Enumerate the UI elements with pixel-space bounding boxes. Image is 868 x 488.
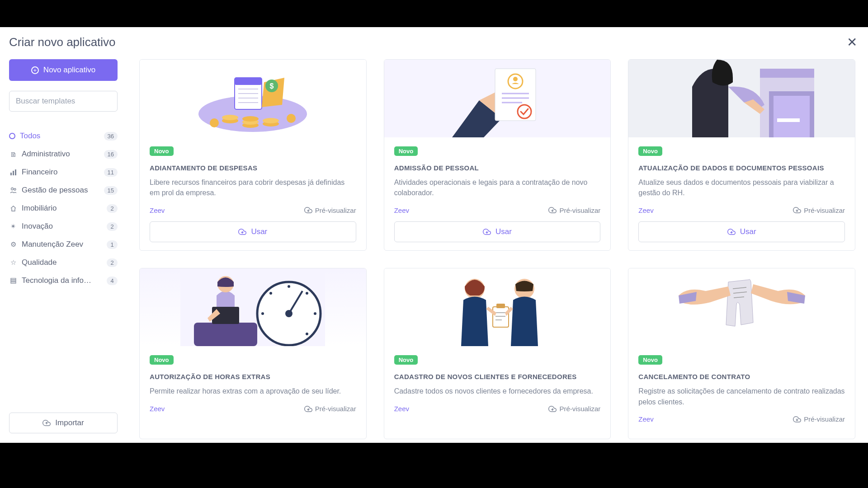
preview-label: Pré-visualizar [559, 405, 600, 413]
cloud-download-icon [483, 228, 491, 236]
new-app-label: Novo aplicativo [43, 66, 95, 75]
template-card: Novo AUTORIZAÇÃO DE HORAS EXTRAS Permite… [139, 268, 367, 439]
preview-link[interactable]: Pré-visualizar [548, 206, 600, 214]
card-title: CADASTRO DE NOVOS CLIENTES E FORNECEDORE… [394, 373, 601, 380]
preview-label: Pré-visualizar [315, 405, 356, 413]
template-card: Novo CADASTRO DE NOVOS CLIENTES E FORNEC… [384, 268, 611, 439]
category-count: 2 [107, 222, 118, 231]
category-label: Gestão de pessoas [22, 186, 88, 195]
use-button[interactable]: Usar [394, 221, 601, 242]
status-badge: Novo [394, 355, 418, 365]
category-list: Todos 36 🗎 Administrativo 16 [9, 127, 118, 290]
category-label: Imobiliário [22, 204, 57, 213]
home-icon [9, 205, 17, 212]
cloud-download-icon [793, 206, 801, 214]
status-badge: Novo [638, 146, 662, 156]
card-description: Libere recursos financeiros para cobrir … [150, 177, 356, 198]
cloud-upload-icon [42, 419, 51, 427]
people-icon [9, 187, 17, 194]
preview-link[interactable]: Pré-visualizar [548, 405, 600, 413]
template-card: Novo ATUALIZAÇÃO DE DADOS E DOCUMENTOS P… [628, 59, 855, 251]
template-card: Novo ADMISSÃO DE PESSOAL Atividades oper… [384, 59, 611, 251]
svg-point-24 [210, 118, 219, 127]
card-title: ATUALIZAÇÃO DE DADOS E DOCUMENTOS PESSOA… [638, 164, 845, 172]
card-title: ADMISSÃO DE PESSOAL [394, 164, 601, 172]
card-description: Atividades operacionais e legais para a … [394, 177, 601, 198]
svg-rect-36 [760, 69, 814, 78]
svg-rect-10 [235, 78, 262, 85]
circle-icon [9, 133, 15, 139]
svg-rect-57 [496, 304, 505, 308]
card-author-link[interactable]: Zeev [638, 415, 653, 423]
preview-label: Pré-visualizar [559, 206, 600, 214]
card-author-link[interactable]: Zeev [394, 405, 409, 413]
svg-rect-0 [10, 173, 12, 175]
preview-link[interactable]: Pré-visualizar [304, 206, 356, 214]
use-label: Usar [495, 227, 512, 236]
status-badge: Novo [150, 355, 174, 365]
cloud-download-icon [727, 228, 736, 236]
star-icon: ☆ [9, 258, 17, 267]
sidebar-item-administrativo[interactable]: 🗎 Administrativo 16 [9, 145, 118, 163]
import-button[interactable]: Importar [9, 413, 118, 433]
category-count: 2 [107, 204, 118, 213]
svg-rect-1 [13, 171, 14, 175]
use-button[interactable]: Usar [150, 221, 356, 242]
preview-link[interactable]: Pré-visualizar [304, 405, 356, 413]
card-author-link[interactable]: Zeev [150, 206, 165, 214]
preview-link[interactable]: Pré-visualizar [793, 206, 845, 214]
card-illustration [628, 60, 855, 137]
sidebar-item-inovacao[interactable]: ✴ Inovação 2 [9, 217, 118, 235]
sidebar-item-qualidade[interactable]: ☆ Qualidade 2 [9, 253, 118, 272]
card-author-link[interactable]: Zeev [638, 206, 653, 214]
sidebar-item-gestao-pessoas[interactable]: Gestão de pessoas 15 [9, 181, 118, 199]
cloud-download-icon [304, 206, 312, 214]
new-app-button[interactable]: + Novo aplicativo [9, 59, 118, 81]
svg-text:$: $ [270, 82, 274, 90]
plus-circle-icon: + [31, 66, 39, 74]
sidebar-item-todos[interactable]: Todos 36 [9, 127, 118, 145]
template-card: Novo CANCELAMENTO DE CONTRATO Registre a… [628, 268, 855, 439]
search-input[interactable] [9, 91, 118, 112]
preview-label: Pré-visualizar [315, 206, 356, 214]
svg-point-48 [269, 292, 272, 295]
header: Criar novo aplicativo ✕ [0, 27, 868, 56]
use-button[interactable]: Usar [638, 221, 845, 242]
sparkle-icon: ✴ [9, 222, 17, 230]
card-author-link[interactable]: Zeev [150, 405, 165, 413]
preview-label: Pré-visualizar [804, 206, 845, 214]
category-count: 4 [107, 277, 118, 285]
sidebar-item-financeiro[interactable]: Financeiro 11 [9, 163, 118, 181]
svg-rect-6 [11, 280, 16, 282]
card-illustration [628, 268, 855, 346]
category-label: Tecnologia da info… [22, 276, 91, 285]
category-count: 16 [104, 150, 118, 159]
svg-rect-5 [11, 278, 16, 280]
cloud-download-icon [548, 206, 557, 214]
svg-rect-7 [11, 282, 16, 283]
status-badge: Novo [394, 146, 418, 156]
sidebar-item-tecnologia[interactable]: Tecnologia da info… 4 [9, 272, 118, 290]
page-title: Criar novo aplicativo [9, 35, 116, 49]
preview-link[interactable]: Pré-visualizar [793, 415, 845, 423]
category-label: Qualidade [22, 258, 57, 267]
template-grid: $ Novo [139, 59, 855, 439]
card-description: Atualize seus dados e documentos pessoai… [638, 177, 845, 198]
svg-point-45 [306, 292, 308, 295]
category-count: 36 [104, 132, 118, 141]
card-description: Permite realizar horas extras com a apro… [150, 386, 356, 396]
gear-icon: ⚙ [9, 240, 17, 249]
app-window: Criar novo aplicativo ✕ + Novo aplicativ… [0, 27, 868, 443]
category-label: Financeiro [22, 168, 57, 177]
main-content: $ Novo [127, 56, 868, 442]
svg-rect-2 [15, 169, 16, 175]
sidebar-item-imobiliario[interactable]: Imobiliário 2 [9, 199, 118, 217]
svg-point-29 [513, 77, 518, 81]
sidebar-item-manutencao[interactable]: ⚙ Manutenção Zeev 1 [9, 235, 118, 253]
card-author-link[interactable]: Zeev [394, 206, 409, 214]
status-badge: Novo [150, 146, 174, 156]
category-label: Administrativo [22, 150, 70, 159]
status-badge: Novo [638, 355, 662, 365]
close-icon[interactable]: ✕ [847, 36, 857, 49]
card-illustration [384, 60, 611, 137]
